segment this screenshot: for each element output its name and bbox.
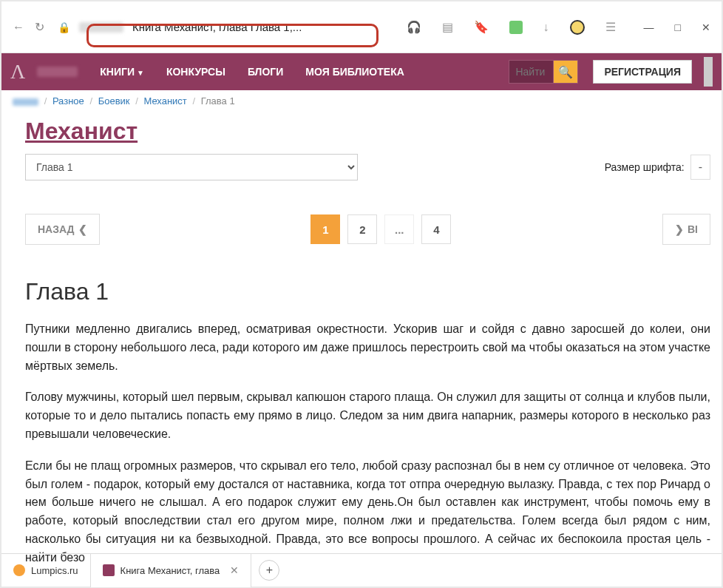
tab-label-2: Книга Механист, глава <box>120 565 220 576</box>
back-arrow-icon[interactable]: ← <box>13 21 24 34</box>
header-scrollbar[interactable] <box>704 57 713 87</box>
page-ellipsis: ... <box>384 214 414 244</box>
bookmark-icon[interactable]: 🔖 <box>474 20 489 34</box>
search-button[interactable]: 🔍 <box>553 60 578 84</box>
font-size-minus[interactable]: - <box>690 155 710 180</box>
new-tab-button[interactable]: + <box>259 560 279 581</box>
lock-icon: 🔒 <box>58 21 70 33</box>
caret-down-icon: ▼ <box>137 69 144 77</box>
headphones-icon[interactable]: 🎧 <box>407 20 421 34</box>
breadcrumb-current: Глава 1 <box>201 95 235 107</box>
reload-icon[interactable]: ↻ <box>35 20 44 34</box>
breadcrumb: / Разное / Боевик / Механист / Глава 1 <box>1 90 722 112</box>
chapter-heading: Глава 1 <box>25 278 710 305</box>
chevron-left-icon: ❮ <box>78 223 87 235</box>
site-name-blurred <box>37 67 78 77</box>
breadcrumb-book[interactable]: Механист <box>143 95 186 107</box>
nav-contests[interactable]: КОНКУРСЫ <box>159 66 233 78</box>
breadcrumb-root-blurred[interactable] <box>13 98 38 106</box>
book-title[interactable]: Механист <box>25 118 710 145</box>
minimize-icon[interactable]: ― <box>644 21 654 33</box>
extension-icon[interactable] <box>509 21 523 34</box>
close-window-icon[interactable]: ✕ <box>702 21 710 33</box>
address-page-title[interactable]: Книга Механист, глава Глава 1,... <box>132 21 302 33</box>
profile-avatar-icon[interactable] <box>570 20 585 35</box>
pagination: 1 2 ... 4 <box>310 214 451 244</box>
prev-button[interactable]: НАЗАД❮ <box>25 214 100 245</box>
site-header: Λ КНИГИ▼ КОНКУРСЫ БЛОГИ МОЯ БИБЛИОТЕКА 🔍… <box>1 53 722 90</box>
register-button[interactable]: РЕГИСТРАЦИЯ <box>593 60 692 84</box>
tab-book[interactable]: Книга Механист, глава ✕ <box>91 554 252 587</box>
menu-icon[interactable]: ☰ <box>605 20 616 34</box>
breadcrumb-cat1[interactable]: Разное <box>52 95 84 107</box>
download-icon[interactable]: ↓ <box>543 21 549 34</box>
nav-blogs[interactable]: БЛОГИ <box>240 66 291 78</box>
tab-favicon-1 <box>13 564 25 576</box>
search-icon: 🔍 <box>558 65 573 79</box>
nav-library[interactable]: МОЯ БИБЛИОТЕКА <box>298 66 411 78</box>
tab-favicon-2 <box>103 564 115 576</box>
chevron-right-icon: ❯ <box>675 223 684 235</box>
page-2[interactable]: 2 <box>347 214 377 244</box>
paragraph-1: Путники медленно двигались вперед, осмат… <box>25 320 710 375</box>
chapter-select[interactable]: Глава 1 <box>25 154 358 180</box>
page-1[interactable]: 1 <box>310 214 340 244</box>
nav-books[interactable]: КНИГИ▼ <box>92 66 152 78</box>
page-4[interactable]: 4 <box>421 214 451 244</box>
browser-tab-bar: Lumpics.ru Книга Механист, глава ✕ + <box>1 553 722 587</box>
search-input[interactable] <box>509 60 553 84</box>
nav-books-label: КНИГИ <box>100 66 135 78</box>
next-button[interactable]: ❯ВІ <box>662 214 710 245</box>
paragraph-3: Если бы не плащ огромных размеров, что с… <box>25 457 710 567</box>
tab-close-icon[interactable]: ✕ <box>230 564 239 576</box>
paragraph-2: Голову мужчины, который шел первым, скры… <box>25 388 710 443</box>
font-size-label: Размер шрифта: <box>605 161 685 173</box>
tab-lumpics[interactable]: Lumpics.ru <box>1 554 91 587</box>
url-host-blurred <box>79 22 123 33</box>
main-content: Механист Глава 1 Размер шрифта: - НАЗАД❮… <box>1 118 722 567</box>
maximize-icon[interactable]: □ <box>675 21 681 33</box>
browser-toolbar: ← ↻ 🔒 Книга Механист, глава Глава 1,... … <box>1 1 722 53</box>
tab-label-1: Lumpics.ru <box>31 565 78 576</box>
breadcrumb-cat2[interactable]: Боевик <box>98 95 130 107</box>
next-label: ВІ <box>688 223 698 235</box>
reader-mode-icon[interactable]: ▤ <box>442 20 453 34</box>
prev-label: НАЗАД <box>38 223 75 235</box>
site-logo[interactable]: Λ <box>10 60 25 84</box>
